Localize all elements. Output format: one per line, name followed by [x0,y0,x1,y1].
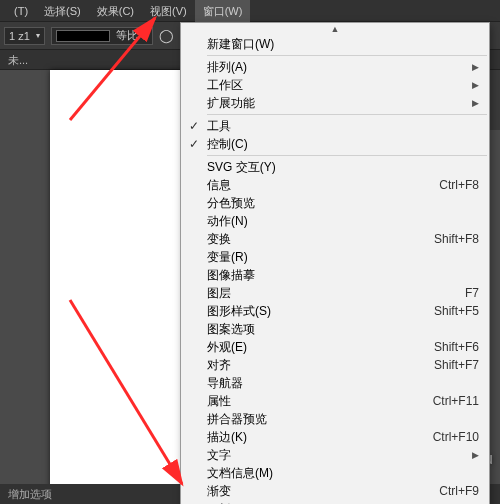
menu-item[interactable]: 新建窗口(W) [181,35,489,53]
menu-separator [207,155,487,156]
menu-window[interactable]: 窗口(W) [195,0,251,22]
menu-effect[interactable]: 效果(C) [89,0,142,22]
menu-item-label: 外观(E) [207,338,399,356]
menu-item[interactable]: 描边(K)Ctrl+F10 [181,428,489,446]
menu-hotkey: F7 [399,284,479,302]
check-icon: ✓ [181,135,207,153]
ratio-label: 等比 [116,28,138,43]
stroke-style-combo[interactable]: 等比 ▾ [51,27,153,45]
menu-item-label: 工具 [207,117,399,135]
chevron-down-icon: ▾ [144,31,148,40]
menu-item-label: 渐变 [207,482,399,500]
menu-item[interactable]: 排列(A)▶ [181,58,489,76]
menu-item-label: 文档信息(M) [207,464,399,482]
menu-item[interactable]: 图像描摹 [181,266,489,284]
menu-item-label: 动作(N) [207,212,399,230]
menu-type[interactable]: (T) [6,0,36,22]
menu-item[interactable]: 属性Ctrl+F11 [181,392,489,410]
menu-scroll-up[interactable]: ▲ [181,23,489,35]
menu-item[interactable]: 文字▶ [181,446,489,464]
menu-view[interactable]: 视图(V) [142,0,195,22]
menu-separator [207,55,487,56]
check-icon: ✓ [181,117,207,135]
menu-item-label: 图层 [207,284,399,302]
menu-item-label: 画板 [207,500,399,504]
chevron-down-icon: ▾ [36,31,40,40]
menu-item[interactable]: 图案选项 [181,320,489,338]
menu-hotkey: Ctrl+F8 [399,176,479,194]
menu-item-label: SVG 交互(Y) [207,158,399,176]
star-circle-icon: ◯ [159,28,174,43]
tab-label: 未... [8,54,28,66]
status-left[interactable]: 增加选项 [8,487,52,502]
menu-item-label: 拼合器预览 [207,410,399,428]
menu-separator [207,114,487,115]
menu-item[interactable]: 对齐Shift+F7 [181,356,489,374]
menu-hotkey: Shift+F7 [399,356,479,374]
menu-item-label: 图形样式(S) [207,302,399,320]
menu-select[interactable]: 选择(S) [36,0,89,22]
menu-item-label: 扩展功能 [207,94,469,112]
menu-item-label: 导航器 [207,374,399,392]
menu-item[interactable]: 分色预览 [181,194,489,212]
menu-item-label: 图案选项 [207,320,399,338]
menu-item-label: 图像描摹 [207,266,399,284]
menu-item-label: 描边(K) [207,428,399,446]
preset-value: 1 z1 [9,30,30,42]
menu-item-label: 文字 [207,446,469,464]
preset-combo[interactable]: 1 z1 ▾ [4,27,45,45]
menu-item-label: 控制(C) [207,135,399,153]
menubar: (T) 选择(S) 效果(C) 视图(V) 窗口(W) [0,0,500,22]
menu-item[interactable]: 文档信息(M) [181,464,489,482]
menu-item[interactable]: 渐变Ctrl+F9 [181,482,489,500]
window-menu-dropdown: ▲ 新建窗口(W)排列(A)▶工作区▶扩展功能▶✓工具✓控制(C)SVG 交互(… [180,22,490,504]
submenu-arrow-icon: ▶ [469,58,479,76]
menu-hotkey: Shift+F5 [399,302,479,320]
menu-item[interactable]: 拼合器预览 [181,410,489,428]
menu-item[interactable]: 工作区▶ [181,76,489,94]
menu-item-label: 工作区 [207,76,469,94]
menu-item[interactable]: 动作(N) [181,212,489,230]
menu-item-label: 属性 [207,392,399,410]
menu-hotkey: Ctrl+F9 [399,482,479,500]
menu-item[interactable]: 导航器 [181,374,489,392]
menu-item-label: 变换 [207,230,399,248]
menu-item[interactable]: SVG 交互(Y) [181,158,489,176]
menu-item-label: 排列(A) [207,58,469,76]
menu-item-label: 新建窗口(W) [207,35,399,53]
menu-item-label: 变量(R) [207,248,399,266]
menu-item-label: 信息 [207,176,399,194]
menu-item[interactable]: 扩展功能▶ [181,94,489,112]
submenu-arrow-icon: ▶ [469,94,479,112]
menu-item[interactable]: 变量(R) [181,248,489,266]
menu-item[interactable]: ✓控制(C) [181,135,489,153]
menu-hotkey: Shift+F8 [399,230,479,248]
stroke-preview [56,30,110,42]
menu-item[interactable]: 信息Ctrl+F8 [181,176,489,194]
submenu-arrow-icon: ▶ [469,76,479,94]
menu-item[interactable]: 外观(E)Shift+F6 [181,338,489,356]
menu-item-label: 分色预览 [207,194,399,212]
menu-hotkey: Ctrl+F11 [399,392,479,410]
menu-item[interactable]: 图形样式(S)Shift+F5 [181,302,489,320]
menu-item-label: 对齐 [207,356,399,374]
menu-hotkey: Shift+F6 [399,338,479,356]
menu-item[interactable]: 变换Shift+F8 [181,230,489,248]
submenu-arrow-icon: ▶ [469,446,479,464]
menu-item[interactable]: 图层F7 [181,284,489,302]
menu-item[interactable]: 画板 [181,500,489,504]
menu-hotkey: Ctrl+F10 [399,428,479,446]
menu-item[interactable]: ✓工具 [181,117,489,135]
